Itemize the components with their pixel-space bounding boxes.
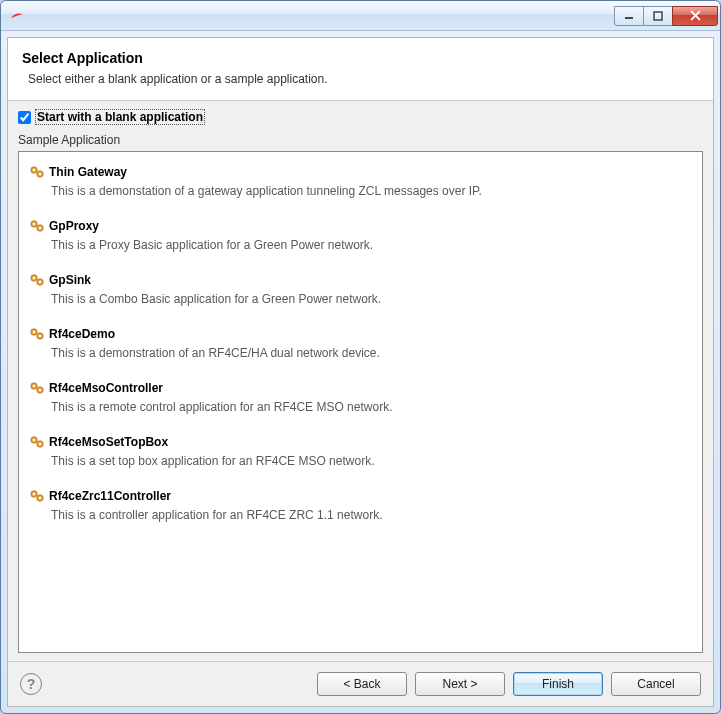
gear-icon	[29, 218, 45, 234]
sample-title: GpSink	[49, 273, 91, 287]
list-item[interactable]: GpSinkThis is a Combo Basic application …	[23, 266, 698, 320]
help-icon[interactable]: ?	[20, 673, 42, 695]
sample-title: Rf4ceMsoSetTopBox	[49, 435, 168, 449]
svg-point-17	[39, 335, 41, 337]
svg-point-5	[39, 173, 41, 175]
finish-button[interactable]: Finish	[513, 672, 603, 696]
list-item[interactable]: Rf4ceDemoThis is a demonstration of an R…	[23, 320, 698, 374]
cancel-button[interactable]: Cancel	[611, 672, 701, 696]
svg-point-11	[33, 277, 35, 279]
sample-title: Rf4ceMsoController	[49, 381, 163, 395]
dialog-content: Select Application Select either a blank…	[7, 37, 714, 707]
sample-section-label: Sample Application	[8, 131, 713, 151]
sample-description: This is a Combo Basic application for a …	[29, 292, 692, 306]
svg-rect-0	[625, 17, 633, 19]
sample-description: This is a Proxy Basic application for a …	[29, 238, 692, 252]
svg-point-25	[39, 443, 41, 445]
svg-point-13	[39, 281, 41, 283]
sample-list-scroll[interactable]: Thin GatewayThis is a demonstation of a …	[19, 152, 702, 652]
list-item[interactable]: Thin GatewayThis is a demonstation of a …	[23, 158, 698, 212]
list-item[interactable]: Rf4ceZrc11ControllerThis is a controller…	[23, 482, 698, 536]
svg-rect-1	[654, 12, 662, 20]
minimize-button[interactable]	[614, 6, 644, 26]
page-subtitle: Select either a blank application or a s…	[22, 72, 699, 86]
svg-point-23	[33, 439, 35, 441]
gear-icon	[29, 164, 45, 180]
maximize-button[interactable]	[643, 6, 673, 26]
dialog-header: Select Application Select either a blank…	[8, 38, 713, 101]
list-item[interactable]: GpProxyThis is a Proxy Basic application…	[23, 212, 698, 266]
svg-point-3	[33, 169, 35, 171]
dialog-footer: ? < Back Next > Finish Cancel	[8, 661, 713, 706]
next-button[interactable]: Next >	[415, 672, 505, 696]
svg-point-21	[39, 389, 41, 391]
gear-icon	[29, 380, 45, 396]
sample-description: This is a demonstation of a gateway appl…	[29, 184, 692, 198]
list-item[interactable]: Rf4ceMsoSetTopBoxThis is a set top box a…	[23, 428, 698, 482]
sample-title: Rf4ceZrc11Controller	[49, 489, 171, 503]
svg-point-19	[33, 385, 35, 387]
gear-icon	[29, 434, 45, 450]
svg-point-29	[39, 497, 41, 499]
svg-point-15	[33, 331, 35, 333]
close-button[interactable]	[672, 6, 718, 26]
list-item[interactable]: Rf4ceMsoControllerThis is a remote contr…	[23, 374, 698, 428]
sample-description: This is a set top box application for an…	[29, 454, 692, 468]
blank-app-label: Start with a blank application	[35, 109, 205, 125]
page-title: Select Application	[22, 50, 699, 66]
gear-icon	[29, 488, 45, 504]
sample-description: This is a controller application for an …	[29, 508, 692, 522]
back-button[interactable]: < Back	[317, 672, 407, 696]
svg-point-9	[39, 227, 41, 229]
svg-point-7	[33, 223, 35, 225]
sample-description: This is a demonstration of an RF4CE/HA d…	[29, 346, 692, 360]
sample-description: This is a remote control application for…	[29, 400, 692, 414]
gear-icon	[29, 272, 45, 288]
sample-title: GpProxy	[49, 219, 99, 233]
app-icon	[9, 8, 25, 24]
window-controls	[615, 6, 718, 26]
sample-list-container: Thin GatewayThis is a demonstation of a …	[18, 151, 703, 653]
sample-title: Thin Gateway	[49, 165, 127, 179]
gear-icon	[29, 326, 45, 342]
sample-title: Rf4ceDemo	[49, 327, 115, 341]
dialog-window: Select Application Select either a blank…	[0, 0, 721, 714]
options-area: Start with a blank application	[8, 101, 713, 131]
svg-point-27	[33, 493, 35, 495]
blank-app-checkbox-row[interactable]: Start with a blank application	[18, 109, 703, 125]
titlebar[interactable]	[1, 1, 720, 31]
blank-app-checkbox[interactable]	[18, 111, 31, 124]
